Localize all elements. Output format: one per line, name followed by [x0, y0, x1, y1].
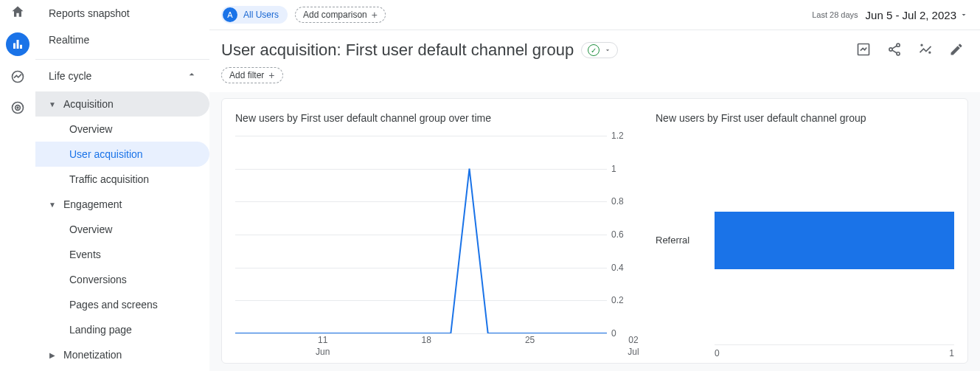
chevron-up-icon: [186, 69, 198, 83]
caret-down-icon: [604, 46, 611, 54]
plus-icon: +: [268, 70, 274, 80]
triangle-right-icon: ▶: [49, 351, 56, 359]
advertising-icon[interactable]: [7, 97, 28, 118]
page-title: User acquisition: First user default cha…: [221, 41, 574, 60]
y-tick: 1: [611, 164, 616, 174]
svg-line-11: [892, 46, 897, 49]
bar-chart-x-axis: 01: [715, 344, 954, 358]
nav-item-user-acquisition[interactable]: User acquisition: [35, 142, 209, 167]
home-icon[interactable]: [7, 1, 28, 22]
svg-rect-1: [17, 40, 19, 49]
header-row: A All Users Add comparison + Last 28 day…: [209, 0, 980, 30]
bar-chart-card: New users by First user default channel …: [641, 112, 962, 358]
nav-group-engagement[interactable]: ▼Engagement: [35, 192, 209, 217]
status-chip[interactable]: ✓: [581, 42, 618, 58]
add-filter-button[interactable]: Add filter +: [221, 67, 283, 83]
check-circle-icon: ✓: [588, 44, 600, 56]
add-comparison-label: Add comparison: [303, 10, 367, 20]
svg-point-13: [921, 44, 922, 46]
svg-rect-2: [20, 45, 22, 49]
action-icons: [856, 42, 968, 59]
line-chart-plot[interactable]: [235, 136, 607, 333]
nav-item-overview[interactable]: Overview: [35, 117, 209, 142]
content-area: New users by First user default channel …: [209, 92, 980, 371]
all-users-chip[interactable]: A All Users: [221, 6, 288, 24]
y-tick: 0.6: [611, 229, 624, 240]
x-tick: 0: [715, 348, 720, 358]
date-range-picker[interactable]: Jun 5 - Jul 2, 2023: [866, 9, 968, 21]
y-tick: 0.8: [611, 196, 624, 207]
line-chart-y-axis: 00.20.40.60.811.2: [607, 136, 633, 333]
bar-chart-title: New users by First user default channel …: [656, 112, 954, 124]
nav-group-monetization[interactable]: ▶Monetization: [35, 342, 209, 367]
chart-card: New users by First user default channel …: [221, 98, 968, 364]
insights-icon[interactable]: [918, 42, 933, 59]
date-range-label: Last 28 days: [812, 10, 858, 19]
y-tick: 0.4: [611, 263, 624, 273]
nav-group-acquisition[interactable]: ▼Acquisition: [35, 91, 209, 117]
customize-icon[interactable]: [856, 42, 871, 59]
svg-point-6: [17, 107, 18, 108]
nav-group-label: Acquisition: [63, 98, 114, 110]
nav-section-lifecycle[interactable]: Life cycle: [35, 59, 209, 91]
share-icon[interactable]: [887, 42, 902, 59]
add-comparison-button[interactable]: Add comparison +: [295, 7, 386, 23]
nav-item-landing-page[interactable]: Landing page: [35, 317, 209, 342]
explore-icon[interactable]: [7, 66, 28, 87]
bar-chart-plot[interactable]: [715, 136, 954, 344]
triangle-down-icon: ▼: [49, 100, 56, 108]
x-tick: 1: [949, 348, 954, 358]
x-tick: 11Jun: [316, 335, 330, 358]
edit-icon[interactable]: [949, 42, 964, 59]
bar-rect: [715, 212, 954, 269]
line-chart-title: New users by First user default channel …: [235, 112, 633, 124]
nav-group-label: Engagement: [63, 198, 122, 210]
reports-icon[interactable]: [6, 32, 29, 56]
icon-rail: [0, 0, 35, 371]
x-tick: 18: [422, 335, 431, 347]
svg-line-12: [892, 49, 897, 52]
caret-down-icon: [959, 10, 968, 19]
nav-panel: Reports snapshot Realtime Life cycle ▼Ac…: [35, 0, 209, 371]
nav-group-label: Monetization: [63, 349, 122, 361]
x-tick: 25: [525, 335, 535, 347]
nav-retention[interactable]: Retention: [35, 367, 209, 371]
svg-point-14: [929, 52, 931, 53]
nav-item-traffic-acquisition[interactable]: Traffic acquisition: [35, 167, 209, 192]
nav-reports-snapshot[interactable]: Reports snapshot: [35, 0, 209, 27]
main: A All Users Add comparison + Last 28 day…: [209, 0, 980, 371]
line-chart-card: New users by First user default channel …: [228, 112, 641, 358]
nav-item-pages-and-screens[interactable]: Pages and screens: [35, 292, 209, 317]
nav-item-overview[interactable]: Overview: [35, 217, 209, 242]
x-tick: 02Jul: [628, 335, 639, 358]
nav-item-events[interactable]: Events: [35, 242, 209, 267]
y-tick: 1.2: [611, 131, 624, 141]
plus-icon: +: [372, 10, 378, 20]
title-row: User acquisition: First user default cha…: [209, 30, 980, 64]
triangle-down-icon: ▼: [49, 201, 56, 209]
all-users-badge: A: [223, 7, 237, 22]
svg-rect-0: [13, 44, 15, 49]
nav-realtime[interactable]: Realtime: [35, 27, 209, 53]
line-chart-x-axis: 11Jun182502Jul: [235, 335, 633, 358]
bar-category-label: Referral: [656, 235, 715, 246]
all-users-label: All Users: [243, 10, 279, 20]
add-filter-label: Add filter: [229, 70, 264, 80]
nav-item-conversions[interactable]: Conversions: [35, 267, 209, 292]
y-tick: 0.2: [611, 295, 624, 305]
nav-section-label: Life cycle: [49, 70, 91, 82]
